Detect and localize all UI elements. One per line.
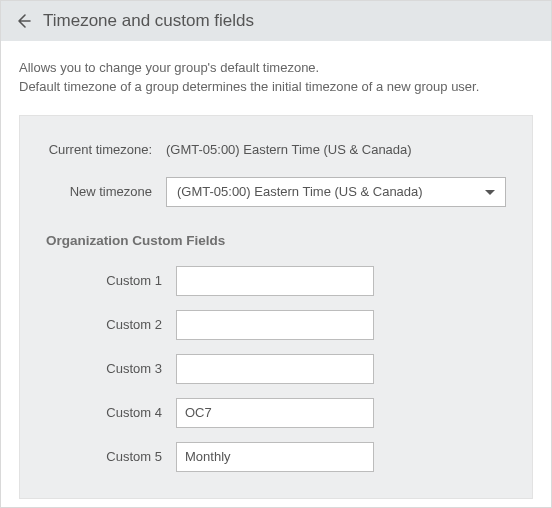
description-line2: Default timezone of a group determines t… bbox=[19, 79, 479, 94]
window: Timezone and custom fields Allows you to… bbox=[0, 0, 552, 508]
custom-4-input[interactable] bbox=[176, 398, 374, 428]
page-title: Timezone and custom fields bbox=[43, 11, 254, 31]
description: Allows you to change your group's defaul… bbox=[19, 59, 533, 97]
custom-field-label: Custom 3 bbox=[46, 361, 176, 376]
custom-field-label: Custom 4 bbox=[46, 405, 176, 420]
custom-1-input[interactable] bbox=[176, 266, 374, 296]
new-timezone-label: New timezone bbox=[46, 184, 166, 199]
custom-2-input[interactable] bbox=[176, 310, 374, 340]
custom-field-label: Custom 2 bbox=[46, 317, 176, 332]
custom-field-label: Custom 1 bbox=[46, 273, 176, 288]
content: Allows you to change your group's defaul… bbox=[1, 41, 551, 507]
custom-3-input[interactable] bbox=[176, 354, 374, 384]
custom-field-row: Custom 2 bbox=[46, 310, 506, 340]
new-timezone-select[interactable]: (GMT-05:00) Eastern Time (US & Canada) bbox=[166, 177, 506, 207]
custom-field-row: Custom 1 bbox=[46, 266, 506, 296]
arrow-left-icon bbox=[15, 13, 31, 29]
titlebar: Timezone and custom fields bbox=[1, 1, 551, 41]
current-timezone-row: Current timezone: (GMT-05:00) Eastern Ti… bbox=[46, 142, 506, 157]
settings-panel: Current timezone: (GMT-05:00) Eastern Ti… bbox=[19, 115, 533, 499]
new-timezone-row: New timezone (GMT-05:00) Eastern Time (U… bbox=[46, 177, 506, 207]
chevron-down-icon bbox=[485, 184, 495, 199]
custom-field-row: Custom 5 bbox=[46, 442, 506, 472]
description-line1: Allows you to change your group's defaul… bbox=[19, 60, 319, 75]
custom-5-input[interactable] bbox=[176, 442, 374, 472]
back-button[interactable] bbox=[13, 11, 33, 31]
current-timezone-value: (GMT-05:00) Eastern Time (US & Canada) bbox=[166, 142, 412, 157]
custom-field-label: Custom 5 bbox=[46, 449, 176, 464]
custom-field-row: Custom 3 bbox=[46, 354, 506, 384]
custom-fields-heading: Organization Custom Fields bbox=[46, 233, 506, 248]
new-timezone-selected: (GMT-05:00) Eastern Time (US & Canada) bbox=[177, 184, 423, 199]
current-timezone-label: Current timezone: bbox=[46, 142, 166, 157]
custom-field-row: Custom 4 bbox=[46, 398, 506, 428]
